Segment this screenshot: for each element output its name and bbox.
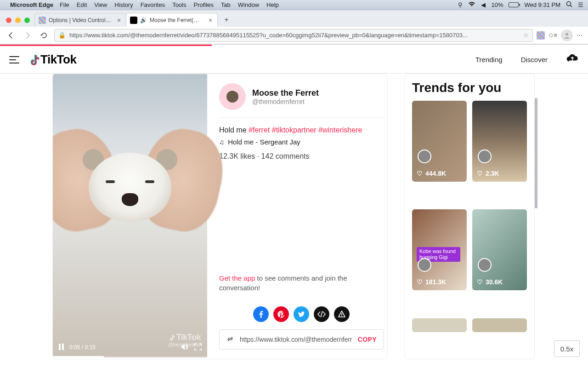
- tab-title: Options | Video Controls for Ti: [49, 17, 113, 23]
- video-controls: 0:05 / 0:15 TikTok @themodernferret: [53, 337, 207, 357]
- video-player[interactable]: 0:05 / 0:15 TikTok @themodernferret: [53, 74, 207, 357]
- close-window-button[interactable]: [6, 17, 11, 23]
- battery-icon[interactable]: [509, 2, 519, 7]
- menu-hamburger-icon[interactable]: [9, 56, 19, 63]
- svg-point-0: [567, 2, 571, 6]
- forward-button: [21, 29, 34, 42]
- lock-icon: 🔒: [58, 32, 66, 39]
- menu-help[interactable]: Help: [266, 1, 279, 8]
- browser-tab-active[interactable]: 🔊 Moose the Ferret(@themo ×: [126, 13, 218, 27]
- upload-icon[interactable]: [566, 53, 579, 66]
- share-report-icon[interactable]: [334, 306, 350, 322]
- trend-card[interactable]: ♡30.6K: [472, 209, 527, 290]
- browser-tab[interactable]: Options | Video Controls for Ti ×: [34, 13, 126, 27]
- tiktok-logo[interactable]: TikTok: [28, 52, 76, 67]
- battery-percent: 10%: [491, 1, 503, 8]
- post-caption: Hold me #ferret #tiktokpartner #winteris…: [219, 126, 384, 134]
- copy-link-row: https://www.tiktok.com/@themodernferr CO…: [219, 329, 384, 350]
- trend-likes: 30.6K: [486, 278, 503, 286]
- spotlight-icon[interactable]: [566, 1, 572, 9]
- share-twitter-icon[interactable]: [294, 306, 309, 322]
- browser-chrome: Options | Video Controls for Ti × 🔊 Moos…: [0, 10, 588, 45]
- get-app-link[interactable]: Get the app: [219, 274, 255, 282]
- trend-likes: 181.3K: [425, 278, 446, 286]
- video-time: 0:05 / 0:15: [69, 344, 96, 351]
- new-tab-button[interactable]: +: [220, 13, 233, 26]
- favicon-icon: [130, 17, 137, 24]
- author-name: Moose the Ferret: [252, 88, 319, 98]
- bluetooth-icon[interactable]: ⚲: [458, 1, 463, 8]
- menu-history[interactable]: History: [114, 1, 133, 8]
- svg-point-2: [565, 33, 568, 35]
- copy-button[interactable]: COPY: [358, 336, 377, 343]
- address-bar[interactable]: 🔒 https://www.tiktok.com/@themodernferre…: [54, 29, 533, 42]
- menu-file[interactable]: File: [60, 1, 69, 8]
- author-handle: @themodernferret: [252, 98, 319, 105]
- control-center-icon[interactable]: ☰: [578, 1, 583, 8]
- share-pinterest-icon[interactable]: [273, 306, 289, 322]
- audio-icon[interactable]: 🔊: [140, 17, 147, 23]
- post-stats: 12.3K likes · 142 comments: [219, 152, 384, 161]
- trend-card[interactable]: ♡2.3K: [472, 101, 527, 182]
- favicon-icon: [39, 17, 46, 24]
- menubar-app-name[interactable]: Microsoft Edge: [10, 1, 53, 8]
- back-button[interactable]: [5, 29, 17, 42]
- clock[interactable]: Wed 9:31 PM: [524, 1, 560, 8]
- author-row[interactable]: Moose the Ferret @themodernferret: [219, 83, 384, 118]
- close-tab-icon[interactable]: ×: [116, 17, 122, 23]
- svg-point-6: [341, 316, 342, 316]
- menu-window[interactable]: Window: [238, 1, 259, 8]
- tab-title: Moose the Ferret(@themo: [150, 17, 204, 23]
- heart-icon: ♡: [477, 278, 483, 286]
- heart-icon: ♡: [417, 278, 423, 286]
- share-row: [219, 306, 384, 322]
- profile-button[interactable]: [561, 29, 573, 41]
- hashtag[interactable]: #tiktokpartner: [272, 126, 317, 134]
- trend-card[interactable]: Kobe was found hugging Gigi♡181.3K: [412, 209, 467, 290]
- window-controls: [6, 17, 30, 23]
- favorites-icon[interactable]: ✩≡: [548, 32, 557, 39]
- extension-icon[interactable]: [537, 31, 545, 40]
- sound-icon[interactable]: ◀: [481, 1, 486, 8]
- tiktok-header: TikTok Trending Discover: [0, 46, 588, 74]
- music-row[interactable]: ♫ Hold me - Sergeant Jay: [219, 138, 384, 146]
- maximize-window-button[interactable]: [24, 17, 30, 23]
- menu-favorites[interactable]: Favorites: [141, 1, 165, 8]
- svg-rect-3: [59, 344, 61, 350]
- url-text: https://www.tiktok.com/@themodernferret/…: [69, 32, 520, 39]
- trend-avatar: [418, 150, 431, 163]
- menu-tools[interactable]: Tools: [172, 1, 186, 8]
- trends-sidebar: Trends for you ♡444.8K ♡2.3K Kobe was fo…: [404, 74, 535, 359]
- zoom-indicator[interactable]: 0.5x: [554, 340, 580, 357]
- nav-discover[interactable]: Discover: [521, 56, 548, 63]
- hashtag[interactable]: #winterishere: [318, 126, 362, 134]
- tiktok-watermark: TikTok @themodernferret: [168, 333, 202, 347]
- video-progress[interactable]: [53, 356, 207, 357]
- pause-button[interactable]: [58, 344, 64, 351]
- menu-profiles[interactable]: Profiles: [194, 1, 214, 8]
- trend-card[interactable]: [472, 318, 527, 332]
- more-menu-icon[interactable]: ⋯: [577, 32, 583, 39]
- share-embed-icon[interactable]: [314, 306, 329, 322]
- wifi-icon[interactable]: [468, 1, 475, 8]
- heart-icon: ♡: [477, 170, 483, 177]
- music-note-icon: ♫: [219, 138, 224, 146]
- share-facebook-icon[interactable]: [253, 306, 269, 322]
- trend-likes: 2.3K: [486, 170, 499, 177]
- refresh-button[interactable]: [38, 29, 51, 42]
- close-tab-icon[interactable]: ×: [207, 17, 214, 23]
- author-avatar[interactable]: [219, 83, 246, 110]
- share-url[interactable]: https://www.tiktok.com/@themodernferr: [240, 336, 352, 343]
- hashtag[interactable]: #ferret: [249, 126, 270, 134]
- favorite-star-icon[interactable]: ☆: [523, 32, 529, 39]
- menu-tab[interactable]: Tab: [221, 1, 231, 8]
- trend-card[interactable]: ♡444.8K: [412, 101, 467, 182]
- menu-edit[interactable]: Edit: [77, 1, 87, 8]
- minimize-window-button[interactable]: [15, 17, 21, 23]
- nav-trending[interactable]: Trending: [475, 56, 503, 63]
- svg-rect-4: [62, 344, 64, 350]
- menu-view[interactable]: View: [94, 1, 107, 8]
- trend-card[interactable]: [412, 318, 467, 332]
- trend-avatar: [478, 150, 492, 163]
- music-label: Hold me - Sergeant Jay: [228, 138, 300, 146]
